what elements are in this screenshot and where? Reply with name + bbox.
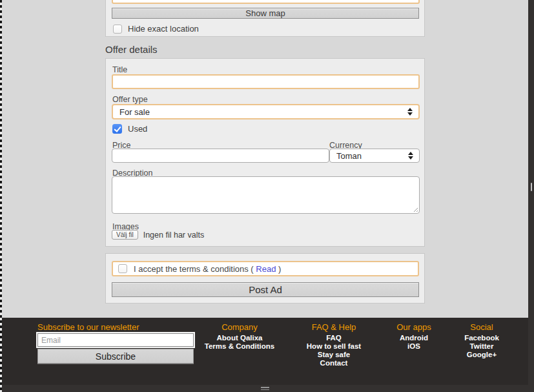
email-input[interactable]	[37, 333, 194, 347]
footer-column-heading: Social	[440, 322, 524, 332]
footer-column-company: Company About Qalixa Terms & Conditions	[198, 322, 282, 351]
show-map-button[interactable]: Show map	[112, 8, 419, 19]
submit-panel: I accept the terms & conditions ( Read )…	[105, 253, 425, 304]
terms-checkbox[interactable]	[118, 264, 127, 273]
select-arrows-icon	[408, 152, 414, 160]
page: Show map Hide exact location Offer detai…	[0, 0, 534, 392]
terms-box: I accept the terms & conditions ( Read )	[112, 261, 419, 276]
title-input[interactable]	[112, 74, 420, 89]
file-status-text: Ingen fil har valts	[143, 231, 205, 240]
footer-link-faq[interactable]: FAQ	[292, 334, 376, 342]
footer-link-how-to-sell-fast[interactable]: How to sell fast	[292, 342, 376, 351]
bottom-bar	[0, 385, 534, 392]
hide-exact-location-label: Hide exact location	[128, 24, 199, 34]
resize-grip-icon[interactable]	[412, 206, 418, 212]
title-label: Title	[112, 65, 127, 74]
location-panel: Show map Hide exact location	[105, 0, 425, 37]
description-textarea[interactable]	[112, 176, 420, 214]
offer-details-panel: Title Offer type For sale Used Price Cur…	[105, 58, 425, 247]
offer-details-heading: Offer details	[105, 44, 158, 55]
read-link[interactable]: Read	[256, 264, 276, 274]
price-input[interactable]	[112, 149, 329, 163]
footer-column-social: Social Facebook Twitter Google+	[440, 322, 524, 359]
footer-link-facebook[interactable]: Facebook	[440, 334, 524, 342]
offer-type-select[interactable]: For sale	[112, 104, 420, 119]
left-dashed-edge	[0, 0, 2, 392]
footer-link-about-qalixa[interactable]: About Qalixa	[198, 334, 282, 342]
scrollbar-thumb[interactable]	[531, 183, 532, 191]
choose-file-button[interactable]: Välj fil	[112, 230, 138, 240]
terms-label: I accept the terms & conditions ( Read )	[134, 264, 281, 274]
currency-select[interactable]: Toman	[329, 149, 420, 163]
offer-type-label: Offer type	[112, 95, 148, 104]
currency-value: Toman	[336, 151, 362, 161]
drag-handle-icon[interactable]	[261, 387, 269, 390]
footer-link-stay-safe[interactable]: Stay safe	[292, 351, 376, 359]
post-ad-button[interactable]: Post Ad	[112, 282, 419, 297]
footer-column-heading: Company	[198, 322, 282, 332]
subscribe-button[interactable]: Subscribe	[37, 349, 194, 364]
footer-link-google-plus[interactable]: Google+	[440, 351, 524, 359]
footer-link-terms-conditions[interactable]: Terms & Conditions	[198, 342, 282, 351]
hide-exact-location-checkbox[interactable]	[113, 25, 122, 34]
footer: Subscribe to our newsletter Subscribe Co…	[0, 318, 528, 385]
used-label: Used	[128, 124, 147, 134]
right-edge-strip	[528, 0, 534, 392]
footer-column-faq-help: FAQ & Help FAQ How to sell fast Stay saf…	[292, 322, 376, 367]
footer-link-twitter[interactable]: Twitter	[440, 342, 524, 351]
used-checkbox[interactable]	[112, 124, 122, 134]
footer-column-heading: FAQ & Help	[292, 322, 376, 332]
offer-type-value: For sale	[119, 107, 150, 117]
select-arrows-icon	[407, 108, 413, 116]
newsletter-heading: Subscribe to our newsletter	[37, 322, 139, 332]
location-input[interactable]	[112, 0, 420, 4]
footer-link-contact[interactable]: Contact	[292, 359, 376, 367]
